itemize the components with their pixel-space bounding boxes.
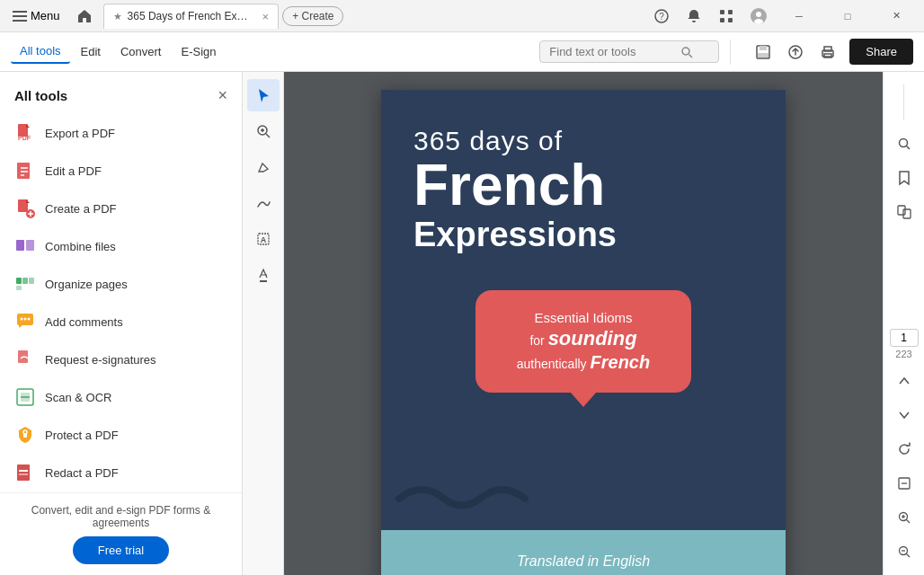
- zoom-in-button[interactable]: [888, 501, 920, 534]
- tool-redact-pdf[interactable]: Redact a PDF: [7, 454, 235, 491]
- fit-page-button[interactable]: [888, 467, 920, 500]
- tool-organize-pages[interactable]: Organize pages: [7, 265, 235, 303]
- svg-rect-34: [16, 286, 22, 290]
- tab-all-tools[interactable]: All tools: [11, 40, 70, 64]
- zoom-out-button[interactable]: [888, 535, 920, 568]
- upload-button[interactable]: [781, 38, 810, 66]
- zoom-in-icon: [897, 510, 911, 525]
- right-panel: 1 223: [883, 72, 924, 575]
- scan-ocr-label: Scan & OCR: [45, 391, 111, 404]
- free-trial-label: Free trial: [98, 544, 144, 557]
- pen-tool-button[interactable]: [247, 151, 280, 183]
- menu-icon: [13, 11, 27, 22]
- profile-button[interactable]: [746, 4, 771, 29]
- highlight-tool-button[interactable]: [247, 259, 280, 291]
- tool-add-comments[interactable]: Add comments: [7, 303, 235, 341]
- new-tab-button[interactable]: + Create: [282, 6, 343, 26]
- page-down-button[interactable]: [888, 399, 920, 431]
- svg-rect-5: [720, 10, 724, 14]
- panel-close-button[interactable]: ×: [218, 86, 227, 105]
- search-doc-icon: [896, 136, 912, 152]
- tab-convert[interactable]: Convert: [111, 40, 171, 63]
- text-select-icon: A: [255, 231, 271, 247]
- notifications-button[interactable]: [681, 4, 706, 29]
- search-doc-button[interactable]: [888, 128, 920, 160]
- close-button[interactable]: ✕: [875, 0, 917, 32]
- export-pdf-icon: PDF: [14, 122, 36, 144]
- pages-icon: [896, 204, 912, 220]
- svg-rect-19: [824, 47, 831, 51]
- left-panel: All tools × PDF Export a PDF Edit a PDF: [0, 72, 243, 575]
- refresh-icon: [897, 442, 911, 456]
- free-trial-button[interactable]: Free trial: [73, 536, 169, 564]
- share-button[interactable]: Share: [849, 39, 913, 65]
- book-translated-text: Translated in English: [517, 553, 650, 570]
- tab-esign[interactable]: E-Sign: [172, 40, 225, 63]
- edit-pdf-icon: [14, 160, 36, 181]
- svg-line-57: [906, 146, 910, 150]
- avatar-icon: [751, 8, 767, 24]
- print-button[interactable]: [813, 38, 842, 66]
- tool-scan-ocr[interactable]: Scan & OCR: [7, 378, 235, 416]
- mustache-svg: [381, 476, 543, 521]
- tab-edit[interactable]: Edit: [72, 40, 110, 63]
- right-panel-divider: [903, 84, 904, 120]
- book-title-sub: Expressions: [413, 216, 753, 254]
- pen-icon: [255, 159, 271, 175]
- svg-rect-7: [720, 18, 724, 22]
- zoom-out-icon: [897, 544, 911, 559]
- panel-footer: Convert, edit and e-sign PDF forms & agr…: [0, 492, 242, 575]
- svg-rect-29: [16, 240, 24, 251]
- home-button[interactable]: [71, 4, 98, 28]
- help-icon: ?: [654, 9, 669, 23]
- divider: [730, 40, 731, 65]
- zoom-tool-button[interactable]: [247, 115, 280, 147]
- edit-pdf-label: Edit a PDF: [45, 164, 102, 178]
- maximize-button[interactable]: □: [827, 0, 868, 32]
- svg-line-63: [906, 520, 910, 524]
- tool-protect-pdf[interactable]: Protect a PDF: [7, 416, 235, 454]
- tool-combine-files[interactable]: Combine files: [7, 227, 235, 265]
- active-tab[interactable]: ★ 365 Days of French Expr... ×: [103, 4, 280, 29]
- redact-pdf-icon: [14, 462, 36, 483]
- tool-edit-pdf[interactable]: Edit a PDF: [7, 152, 235, 190]
- svg-point-11: [754, 19, 763, 24]
- book-bottom-bar: Translated in English: [381, 530, 786, 575]
- text-select-tool-button[interactable]: A: [247, 223, 280, 255]
- svg-text:A: A: [260, 235, 266, 244]
- minimize-button[interactable]: ─: [778, 0, 820, 32]
- svg-rect-30: [26, 240, 34, 251]
- chevron-up-icon: [898, 375, 911, 387]
- page-up-button[interactable]: [888, 365, 920, 397]
- badge-line3: authentically French: [497, 352, 670, 373]
- tool-export-pdf[interactable]: PDF Export a PDF: [7, 114, 235, 152]
- svg-rect-6: [728, 10, 733, 14]
- tab-close-button[interactable]: ×: [262, 10, 270, 23]
- save-button[interactable]: [749, 38, 777, 66]
- svg-line-67: [906, 554, 910, 558]
- combine-files-icon: [14, 235, 36, 257]
- book-badge: Essential Idioms for sounding authentica…: [475, 290, 691, 393]
- signature-tool-button[interactable]: [247, 187, 280, 219]
- svg-rect-32: [22, 278, 28, 284]
- cursor-tool-button[interactable]: [247, 79, 280, 111]
- page-indicator: 1 223: [890, 329, 919, 359]
- all-tools-label: All tools: [20, 44, 61, 58]
- pdf-viewer[interactable]: 365 days of French Expressions Essential…: [284, 72, 883, 575]
- fit-page-icon: [897, 476, 911, 491]
- menu-button[interactable]: Menu: [7, 5, 66, 26]
- book-title-small: 365 days of: [413, 126, 753, 156]
- request-esignatures-icon: [14, 349, 36, 370]
- footer-text: Convert, edit and e-sign PDF forms & agr…: [14, 504, 227, 529]
- help-icon-button[interactable]: ?: [649, 4, 674, 29]
- pages-button[interactable]: [888, 196, 920, 228]
- refresh-button[interactable]: [888, 433, 920, 465]
- svg-rect-1: [13, 15, 27, 17]
- apps-button[interactable]: [714, 4, 739, 29]
- tool-request-esignatures[interactable]: Request e-signatures: [7, 341, 235, 378]
- tool-create-pdf[interactable]: Create a PDF: [7, 190, 235, 227]
- bookmark-button[interactable]: [888, 162, 920, 194]
- chevron-down-icon: [898, 409, 911, 421]
- search-input[interactable]: [549, 45, 675, 58]
- current-page[interactable]: 1: [890, 329, 919, 347]
